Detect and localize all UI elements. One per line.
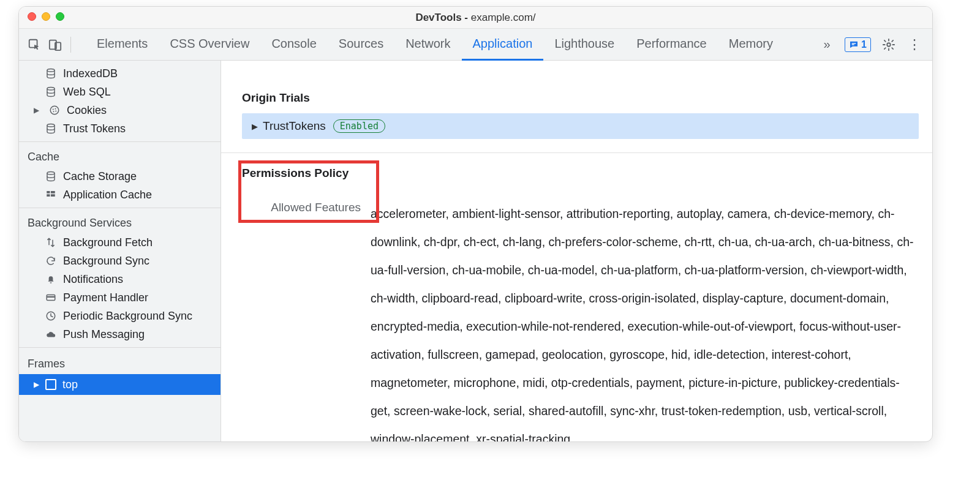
frame-icon (45, 379, 56, 390)
frame-label: top (62, 378, 78, 391)
tab-css-overview[interactable]: CSS Overview (159, 29, 260, 61)
tab-application[interactable]: Application (462, 29, 544, 61)
close-window-button[interactable] (28, 12, 36, 21)
section-divider (221, 152, 932, 153)
sidebar-item-trust-tokens[interactable]: Trust Tokens (19, 119, 221, 138)
tab-memory[interactable]: Memory (718, 29, 784, 61)
sidebar-item-label: Application Cache (63, 189, 152, 201)
chevron-right-icon: ▶ (252, 122, 258, 131)
sidebar-item-label: IndexedDB (63, 67, 118, 80)
permissions-policy-title: Permissions Policy (242, 167, 919, 180)
tab-performance[interactable]: Performance (625, 29, 718, 61)
sidebar-item-label: Cache Storage (63, 170, 137, 183)
tab-elements[interactable]: Elements (86, 29, 159, 61)
sidebar-item-label: Background Sync (63, 255, 149, 268)
sidebar-section-cache: Cache (19, 146, 221, 167)
sidebar-item-label: Notifications (63, 273, 123, 286)
tab-console[interactable]: Console (260, 29, 327, 61)
sidebar-item-indexeddb[interactable]: IndexedDB (19, 64, 221, 83)
frame-details-pane: Origin Trials ▶ TrustTokens Enabled Perm… (221, 61, 932, 441)
sidebar-item-label: Periodic Background Sync (63, 310, 192, 323)
origin-trial-status-badge: Enabled (333, 119, 385, 133)
sidebar-section-bg: Background Services (19, 212, 221, 233)
sidebar-item-cookies[interactable]: ▶Cookies (19, 101, 221, 119)
bell-icon (45, 273, 57, 285)
sidebar-section-frames: Frames (19, 351, 221, 374)
card-icon (45, 291, 57, 304)
divider (70, 37, 71, 53)
allowed-features-label: Allowed Features (242, 200, 371, 214)
sidebar-item-payment-handler[interactable]: Payment Handler (19, 288, 221, 307)
inspect-element-icon[interactable] (25, 36, 43, 54)
sidebar-item-label: Background Fetch (63, 236, 153, 249)
zoom-window-button[interactable] (56, 12, 64, 21)
sidebar-item-label: Payment Handler (63, 291, 148, 304)
minimize-window-button[interactable] (42, 12, 50, 21)
db-icon (45, 86, 57, 98)
window-title: DevTools - example.com/ (415, 12, 535, 24)
kebab-menu-icon[interactable]: ⋮ (907, 37, 922, 53)
panel-tabbar: ElementsCSS OverviewConsoleSourcesNetwor… (19, 29, 932, 61)
devtools-window: DevTools - example.com/ ElementsCSS Over… (18, 6, 933, 442)
sync-icon (45, 255, 57, 267)
more-tabs-icon[interactable]: » (819, 37, 835, 53)
chevron-right-icon: ▶ (34, 380, 39, 389)
origin-trial-row[interactable]: ▶ TrustTokens Enabled (242, 113, 919, 139)
issues-badge[interactable]: 1 (845, 37, 871, 52)
origin-trials-title: Origin Trials (242, 91, 919, 105)
sidebar-item-label: Web SQL (63, 86, 111, 99)
db-icon (45, 67, 57, 80)
tab-network[interactable]: Network (394, 29, 461, 61)
sidebar-item-notifications[interactable]: Notifications (19, 270, 221, 288)
allowed-features-value: accelerometer, ambient-light-sensor, att… (371, 200, 919, 441)
sidebar-item-label: Cookies (67, 104, 107, 117)
grid-icon (45, 189, 57, 201)
sidebar-item-periodic-background-sync[interactable]: Periodic Background Sync (19, 307, 221, 325)
application-sidebar: IndexedDBWeb SQL▶CookiesTrust Tokens Cac… (19, 61, 221, 441)
settings-gear-icon[interactable] (881, 37, 897, 53)
db-icon (45, 170, 57, 182)
traffic-lights (28, 12, 64, 21)
origin-trial-name: TrustTokens (263, 119, 326, 133)
swap-icon (45, 236, 57, 249)
db-icon (45, 122, 57, 135)
sidebar-item-push-messaging[interactable]: Push Messaging (19, 325, 221, 343)
chevron-right-icon: ▶ (34, 106, 40, 114)
sidebar-item-label: Push Messaging (63, 328, 145, 341)
sidebar-item-web-sql[interactable]: Web SQL (19, 83, 221, 101)
titlebar: DevTools - example.com/ (19, 7, 932, 29)
sidebar-item-application-cache[interactable]: Application Cache (19, 186, 221, 204)
sidebar-item-cache-storage[interactable]: Cache Storage (19, 167, 221, 186)
tab-lighthouse[interactable]: Lighthouse (543, 29, 625, 61)
sidebar-item-background-sync[interactable]: Background Sync (19, 252, 221, 270)
frame-top[interactable]: ▶ top (19, 374, 221, 395)
cookie-icon (48, 104, 61, 116)
device-toggle-icon[interactable] (46, 36, 64, 54)
sidebar-item-label: Trust Tokens (63, 122, 126, 135)
sidebar-item-background-fetch[interactable]: Background Fetch (19, 233, 221, 252)
tab-sources[interactable]: Sources (328, 29, 394, 61)
clock-icon (45, 310, 57, 322)
cloud-icon (45, 328, 57, 340)
